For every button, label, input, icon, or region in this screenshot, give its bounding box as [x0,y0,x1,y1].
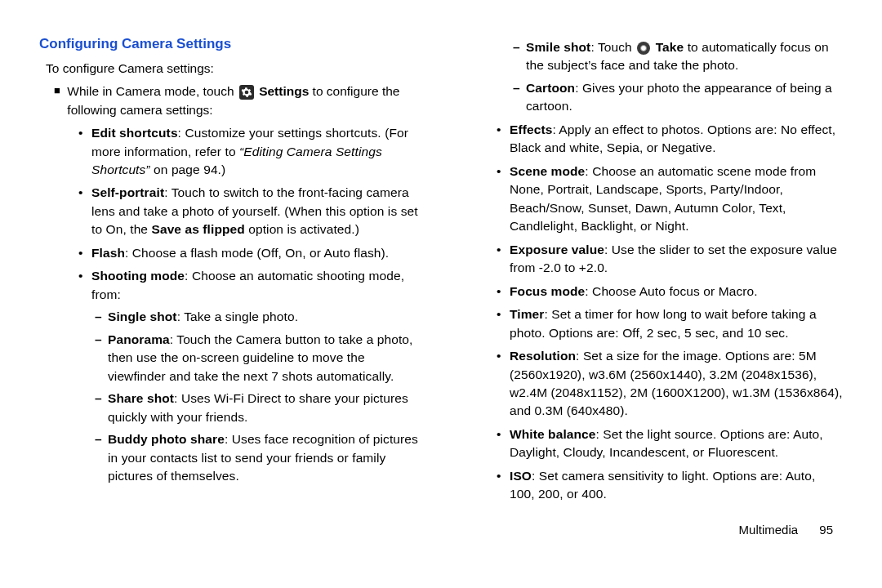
dot-bullet-icon: • [78,184,91,238]
dot-bullet-icon: • [497,425,510,462]
section-heading: Configuring Camera Settings [39,34,425,55]
list-item: • Shooting mode: Choose an automatic sho… [78,267,425,304]
square-bullet-icon: ■ [54,82,67,119]
dash-bullet-icon: – [95,308,108,326]
list-item: • Self-portrait: Touch to switch to the … [78,184,425,238]
dot-bullet-icon: • [497,305,510,342]
item-title: Flash [91,246,125,260]
text: : Choose a flash mode (Off, On, or Auto … [125,246,389,260]
item-title: Smile shot [526,40,590,54]
gear-icon [239,85,254,100]
camera-dot-icon [637,42,650,55]
text: : Apply an effect to photos. Options are… [510,122,835,154]
item-title: Share shot [108,391,174,405]
item-title: Self-portrait [91,185,164,199]
dot-bullet-icon: • [78,124,91,179]
list-item: • Exposure value: Use the slider to set … [497,241,843,278]
item-title: Panorama [108,332,170,346]
list-item: • Timer: Set a timer for how long to wai… [497,305,843,342]
list-item: – Panorama: Touch the Camera button to t… [95,331,425,385]
footer-page-number: 95 [819,523,833,537]
item-title: Resolution [510,349,576,363]
page-footer: Multimedia 95 [0,523,882,537]
dot-bullet-icon: • [497,241,510,278]
dash-bullet-icon: – [95,430,108,485]
text: : Touch [590,40,635,54]
item-title: Single shot [108,310,177,323]
dot-bullet-icon: • [497,347,510,421]
item-title: Scene mode [510,164,585,178]
text: : Take a single photo. [177,310,298,323]
page-body: Configuring Camera Settings To configure… [0,0,882,523]
item-title: Exposure value [510,243,604,256]
list-item: • Effects: Apply an effect to photos. Op… [497,121,843,158]
text: option is activated.) [245,222,359,236]
item-title: ISO [510,469,532,483]
item-title: Shooting mode [91,269,185,283]
dot-bullet-icon: • [78,267,91,304]
list-item: – Smile shot: Touch Take to automaticall… [513,38,843,75]
left-column: Configuring Camera Settings To configure… [39,34,425,514]
list-item: • Scene mode: Choose an automatic scene … [497,163,843,236]
list-item: – Single shot: Take a single photo. [95,308,425,326]
settings-label: Settings [259,84,309,98]
list-item: • ISO: Set camera sensitivity to light. … [497,467,843,504]
footer-section: Multimedia [739,523,799,537]
dot-bullet-icon: • [497,283,510,301]
list-item: • Resolution: Set a size for the image. … [497,347,843,421]
text: : Set a timer for how long to wait befor… [510,307,817,339]
dot-bullet-icon: • [78,244,91,262]
intro-text: To configure Camera settings: [46,60,425,78]
bold-text: Save as flipped [151,222,244,236]
dot-bullet-icon: • [497,121,510,158]
item-title: Focus mode [510,284,585,298]
dash-bullet-icon: – [95,331,108,385]
dot-bullet-icon: • [497,467,510,504]
text: on page 94.) [150,163,226,176]
list-item: – Share shot: Uses Wi-Fi Direct to share… [95,390,425,426]
item-title: Effects [510,122,552,136]
item-title: Timer [510,307,544,321]
item-title: Edit shortcuts [91,126,178,140]
text: : Set camera sensitivity to light. Optio… [510,469,815,501]
item-title: White balance [510,427,596,441]
item-title: Cartoon [526,81,575,95]
list-item: • Flash: Choose a flash mode (Off, On, o… [78,244,425,262]
text: While in Camera mode, touch [67,84,237,98]
list-item: • White balance: Set the light source. O… [497,425,843,462]
main-bullet: ■ While in Camera mode, touch Settings t… [54,82,425,119]
list-item: – Buddy photo share: Uses face recogniti… [95,430,425,485]
dot-bullet-icon: • [497,163,510,236]
bold-text: Take [656,40,684,54]
dash-bullet-icon: – [513,79,526,116]
dash-bullet-icon: – [95,390,108,426]
list-item: – Cartoon: Gives your photo the appearan… [513,79,843,116]
list-item: • Edit shortcuts: Customize your setting… [78,124,425,179]
dash-bullet-icon: – [513,38,526,75]
text: : Choose Auto focus or Macro. [585,284,757,298]
list-item: • Focus mode: Choose Auto focus or Macro… [497,283,843,301]
right-column: – Smile shot: Touch Take to automaticall… [457,34,843,514]
item-title: Buddy photo share [108,432,225,446]
